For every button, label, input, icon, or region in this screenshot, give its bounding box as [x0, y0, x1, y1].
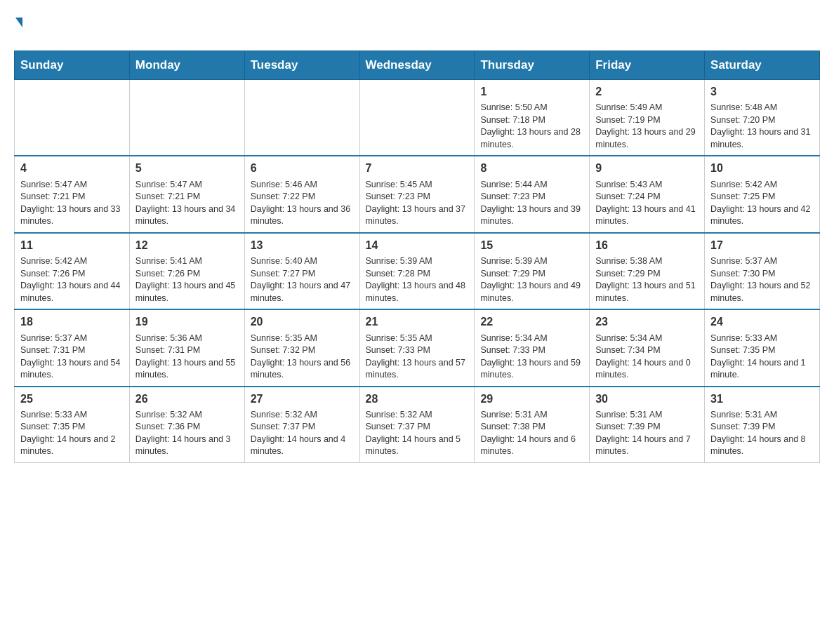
calendar-day-cell: 23Sunrise: 5:34 AMSunset: 7:34 PMDayligh… — [590, 309, 705, 386]
day-info: Sunrise: 5:32 AMSunset: 7:37 PMDaylight:… — [366, 409, 469, 458]
day-info: Sunrise: 5:32 AMSunset: 7:36 PMDaylight:… — [135, 409, 239, 458]
day-number: 31 — [710, 391, 814, 407]
day-info: Sunrise: 5:35 AMSunset: 7:33 PMDaylight:… — [366, 333, 469, 382]
day-number: 8 — [480, 161, 583, 176]
day-number: 30 — [595, 391, 699, 407]
calendar-day-cell: 6Sunrise: 5:46 AMSunset: 7:22 PMDaylight… — [244, 156, 359, 232]
calendar-table: SundayMondayTuesdayWednesdayThursdayFrid… — [14, 51, 820, 463]
calendar-week-row: 4Sunrise: 5:47 AMSunset: 7:21 PMDaylight… — [15, 156, 820, 232]
calendar-day-cell: 22Sunrise: 5:34 AMSunset: 7:33 PMDayligh… — [475, 309, 590, 386]
calendar-day-cell: 26Sunrise: 5:32 AMSunset: 7:36 PMDayligh… — [129, 387, 244, 463]
calendar-day-cell: 3Sunrise: 5:48 AMSunset: 7:20 PMDaylight… — [705, 80, 820, 156]
day-of-week-header: Monday — [129, 51, 244, 80]
calendar-week-row: 11Sunrise: 5:42 AMSunset: 7:26 PMDayligh… — [15, 233, 820, 309]
logo-triangle-icon — [15, 18, 22, 27]
calendar-day-cell: 12Sunrise: 5:41 AMSunset: 7:26 PMDayligh… — [129, 233, 244, 309]
day-number: 5 — [135, 161, 239, 176]
day-info: Sunrise: 5:39 AMSunset: 7:29 PMDaylight:… — [480, 255, 583, 304]
day-info: Sunrise: 5:42 AMSunset: 7:26 PMDaylight:… — [20, 255, 124, 304]
day-info: Sunrise: 5:48 AMSunset: 7:20 PMDaylight:… — [710, 102, 814, 151]
day-of-week-header: Thursday — [475, 51, 590, 80]
day-number: 26 — [135, 391, 239, 407]
day-info: Sunrise: 5:37 AMSunset: 7:31 PMDaylight:… — [20, 333, 124, 382]
day-info: Sunrise: 5:37 AMSunset: 7:30 PMDaylight:… — [710, 255, 814, 304]
calendar-day-cell: 7Sunrise: 5:45 AMSunset: 7:23 PMDaylight… — [359, 156, 475, 232]
day-number: 28 — [366, 391, 469, 407]
day-number: 9 — [595, 161, 699, 176]
day-number: 3 — [710, 84, 814, 100]
day-info: Sunrise: 5:39 AMSunset: 7:28 PMDaylight:… — [366, 255, 469, 304]
page-header — [14, 14, 820, 36]
calendar-day-cell — [129, 80, 244, 156]
day-info: Sunrise: 5:46 AMSunset: 7:22 PMDaylight:… — [251, 179, 354, 228]
day-number: 29 — [480, 391, 583, 407]
day-number: 27 — [251, 391, 354, 407]
day-number: 24 — [710, 314, 814, 330]
calendar-day-cell: 21Sunrise: 5:35 AMSunset: 7:33 PMDayligh… — [359, 309, 475, 386]
day-info: Sunrise: 5:31 AMSunset: 7:39 PMDaylight:… — [595, 409, 699, 458]
calendar-day-cell: 8Sunrise: 5:44 AMSunset: 7:23 PMDaylight… — [475, 156, 590, 232]
calendar-day-cell: 16Sunrise: 5:38 AMSunset: 7:29 PMDayligh… — [590, 233, 705, 309]
day-of-week-header: Sunday — [15, 51, 130, 80]
calendar-day-cell: 17Sunrise: 5:37 AMSunset: 7:30 PMDayligh… — [705, 233, 820, 309]
calendar-day-cell: 10Sunrise: 5:42 AMSunset: 7:25 PMDayligh… — [705, 156, 820, 232]
day-number: 4 — [20, 161, 124, 176]
calendar-day-cell: 20Sunrise: 5:35 AMSunset: 7:32 PMDayligh… — [244, 309, 359, 386]
calendar-week-row: 18Sunrise: 5:37 AMSunset: 7:31 PMDayligh… — [15, 309, 820, 386]
day-info: Sunrise: 5:43 AMSunset: 7:24 PMDaylight:… — [595, 179, 699, 228]
calendar-day-cell — [359, 80, 475, 156]
day-info: Sunrise: 5:38 AMSunset: 7:29 PMDaylight:… — [595, 255, 699, 304]
calendar-day-cell: 15Sunrise: 5:39 AMSunset: 7:29 PMDayligh… — [475, 233, 590, 309]
day-number: 1 — [480, 84, 583, 100]
calendar-day-cell: 24Sunrise: 5:33 AMSunset: 7:35 PMDayligh… — [705, 309, 820, 386]
calendar-header-row: SundayMondayTuesdayWednesdayThursdayFrid… — [15, 51, 820, 80]
calendar-day-cell: 11Sunrise: 5:42 AMSunset: 7:26 PMDayligh… — [15, 233, 130, 309]
day-number: 22 — [480, 314, 583, 330]
calendar-day-cell — [15, 80, 130, 156]
calendar-day-cell: 28Sunrise: 5:32 AMSunset: 7:37 PMDayligh… — [359, 387, 475, 463]
calendar-day-cell: 14Sunrise: 5:39 AMSunset: 7:28 PMDayligh… — [359, 233, 475, 309]
day-info: Sunrise: 5:31 AMSunset: 7:39 PMDaylight:… — [710, 409, 814, 458]
day-number: 17 — [710, 238, 814, 253]
day-of-week-header: Wednesday — [359, 51, 475, 80]
calendar-day-cell: 30Sunrise: 5:31 AMSunset: 7:39 PMDayligh… — [590, 387, 705, 463]
day-info: Sunrise: 5:50 AMSunset: 7:18 PMDaylight:… — [480, 102, 583, 151]
calendar-day-cell: 19Sunrise: 5:36 AMSunset: 7:31 PMDayligh… — [129, 309, 244, 386]
day-info: Sunrise: 5:45 AMSunset: 7:23 PMDaylight:… — [366, 179, 469, 228]
day-number: 6 — [251, 161, 354, 176]
calendar-day-cell: 2Sunrise: 5:49 AMSunset: 7:19 PMDaylight… — [590, 80, 705, 156]
day-info: Sunrise: 5:34 AMSunset: 7:33 PMDaylight:… — [480, 333, 583, 382]
calendar-day-cell: 25Sunrise: 5:33 AMSunset: 7:35 PMDayligh… — [15, 387, 130, 463]
calendar-day-cell: 29Sunrise: 5:31 AMSunset: 7:38 PMDayligh… — [475, 387, 590, 463]
day-info: Sunrise: 5:36 AMSunset: 7:31 PMDaylight:… — [135, 333, 239, 382]
day-number: 2 — [595, 84, 699, 100]
calendar-day-cell: 4Sunrise: 5:47 AMSunset: 7:21 PMDaylight… — [15, 156, 130, 232]
day-info: Sunrise: 5:49 AMSunset: 7:19 PMDaylight:… — [595, 102, 699, 151]
calendar-day-cell: 1Sunrise: 5:50 AMSunset: 7:18 PMDaylight… — [475, 80, 590, 156]
day-number: 20 — [251, 314, 354, 330]
day-number: 13 — [251, 238, 354, 253]
day-info: Sunrise: 5:33 AMSunset: 7:35 PMDaylight:… — [710, 333, 814, 382]
day-number: 19 — [135, 314, 239, 330]
day-number: 16 — [595, 238, 699, 253]
day-info: Sunrise: 5:35 AMSunset: 7:32 PMDaylight:… — [251, 333, 354, 382]
calendar-day-cell — [244, 80, 359, 156]
logo-text — [14, 14, 22, 36]
calendar-day-cell: 9Sunrise: 5:43 AMSunset: 7:24 PMDaylight… — [590, 156, 705, 232]
calendar-week-row: 25Sunrise: 5:33 AMSunset: 7:35 PMDayligh… — [15, 387, 820, 463]
day-info: Sunrise: 5:31 AMSunset: 7:38 PMDaylight:… — [480, 409, 583, 458]
calendar-day-cell: 18Sunrise: 5:37 AMSunset: 7:31 PMDayligh… — [15, 309, 130, 386]
logo — [14, 14, 22, 36]
day-info: Sunrise: 5:40 AMSunset: 7:27 PMDaylight:… — [251, 255, 354, 304]
day-number: 21 — [366, 314, 469, 330]
day-number: 14 — [366, 238, 469, 253]
day-info: Sunrise: 5:47 AMSunset: 7:21 PMDaylight:… — [20, 179, 124, 228]
day-number: 11 — [20, 238, 124, 253]
day-info: Sunrise: 5:33 AMSunset: 7:35 PMDaylight:… — [20, 409, 124, 458]
day-number: 10 — [710, 161, 814, 176]
day-of-week-header: Saturday — [705, 51, 820, 80]
day-number: 25 — [20, 391, 124, 407]
day-of-week-header: Tuesday — [244, 51, 359, 80]
calendar-day-cell: 27Sunrise: 5:32 AMSunset: 7:37 PMDayligh… — [244, 387, 359, 463]
day-number: 15 — [480, 238, 583, 253]
